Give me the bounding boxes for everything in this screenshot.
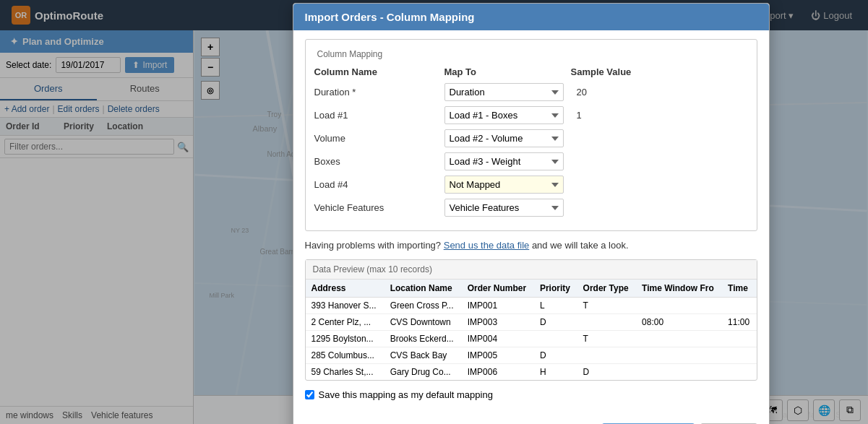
preview-header-row: Address Location Name Order Number Prior… <box>306 280 757 298</box>
preview-title: Data Preview (max 10 records) <box>306 260 757 280</box>
table-row: 285 Columbus...CVS Back BayIMP005D <box>306 347 757 364</box>
th-order-number: Order Number <box>462 280 534 298</box>
mapping-row-boxes: Boxes Load #3 - WeightNot Mapped <box>314 152 748 170</box>
col-name-volume: Volume <box>314 133 444 144</box>
modal-footer: Continue Import Cancel <box>293 417 769 424</box>
map-to-select-volume[interactable]: Load #2 - VolumeNot Mapped <box>444 129 564 147</box>
modal: Import Orders - Column Mapping Column Ma… <box>194 3 868 424</box>
preview-table: Address Location Name Order Number Prior… <box>306 280 757 380</box>
header-col-name: Column Name <box>314 66 444 77</box>
table-row: 2 Center Plz, ...CVS DowntownIMP003D08:0… <box>306 314 757 331</box>
modal-body: Column Mapping Column Name Map To Sample… <box>293 30 769 417</box>
column-mapping-title: Column Mapping <box>314 49 386 59</box>
map-to-select-load4[interactable]: Not MappedDurationLoad #1 - Boxes <box>444 176 564 194</box>
mapping-row-volume: Volume Load #2 - VolumeNot Mapped <box>314 129 748 147</box>
col-name-vehicle-features: Vehicle Features <box>314 202 444 213</box>
map-to-select-load1[interactable]: Load #1 - BoxesNot Mapped <box>444 106 564 124</box>
data-preview-section: Data Preview (max 10 records) Address Lo… <box>305 259 757 381</box>
col-name-load1: Load #1 <box>314 110 444 121</box>
th-order-type: Order Type <box>577 280 636 298</box>
sample-duration: 20 <box>571 87 687 98</box>
map-to-select-boxes[interactable]: Load #3 - WeightNot Mapped <box>444 152 564 170</box>
th-address: Address <box>306 280 384 298</box>
header-map-to: Map To <box>444 66 571 77</box>
header-sample: Sample Value <box>571 66 687 77</box>
column-mapping-section: Column Mapping Column Name Map To Sample… <box>305 39 757 231</box>
mapping-row-duration: Duration * DurationNot Mapped 20 <box>314 83 748 101</box>
th-priority: Priority <box>534 280 577 298</box>
sample-load1: 1 <box>571 110 687 121</box>
col-name-load4: Load #4 <box>314 179 444 190</box>
table-row: 59 Charles St,...Gary Drug Co...IMP006HD <box>306 364 757 381</box>
mapping-row-load4: Load #4 Not MappedDurationLoad #1 - Boxe… <box>314 176 748 194</box>
th-location-name: Location Name <box>384 280 462 298</box>
mapping-row-load1: Load #1 Load #1 - BoxesNot Mapped 1 <box>314 106 748 124</box>
modal-window: Import Orders - Column Mapping Column Ma… <box>293 3 770 424</box>
th-time-window-from: Time Window Fro <box>636 280 722 298</box>
col-map-header: Column Name Map To Sample Value <box>314 66 748 77</box>
modal-header: Import Orders - Column Mapping <box>293 4 769 30</box>
checkbox-row: Save this mapping as my default mapping <box>305 389 757 400</box>
help-prefix: Having problems with importing? <box>305 240 442 251</box>
help-suffix: and we will take a look. <box>532 240 629 251</box>
col-name-duration: Duration * <box>314 87 444 98</box>
map-to-select-vehicle-features[interactable]: Vehicle FeaturesNot Mapped <box>444 199 564 217</box>
mapping-row-vehicle-features: Vehicle Features Vehicle FeaturesNot Map… <box>314 199 748 217</box>
save-mapping-label: Save this mapping as my default mapping <box>319 389 493 400</box>
table-row: 1295 Boylston...Brooks Eckerd...IMP004T <box>306 331 757 347</box>
modal-title: Import Orders - Column Mapping <box>305 11 475 23</box>
map-to-select-duration[interactable]: DurationNot Mapped <box>444 83 564 101</box>
th-time: Time <box>722 280 756 298</box>
col-name-boxes: Boxes <box>314 156 444 167</box>
table-row: 393 Hanover S...Green Cross P...IMP001LT <box>306 298 757 314</box>
save-mapping-checkbox[interactable] <box>305 390 314 399</box>
help-text: Having problems with importing? Send us … <box>305 240 757 251</box>
help-link[interactable]: Send us the data file <box>444 240 530 251</box>
